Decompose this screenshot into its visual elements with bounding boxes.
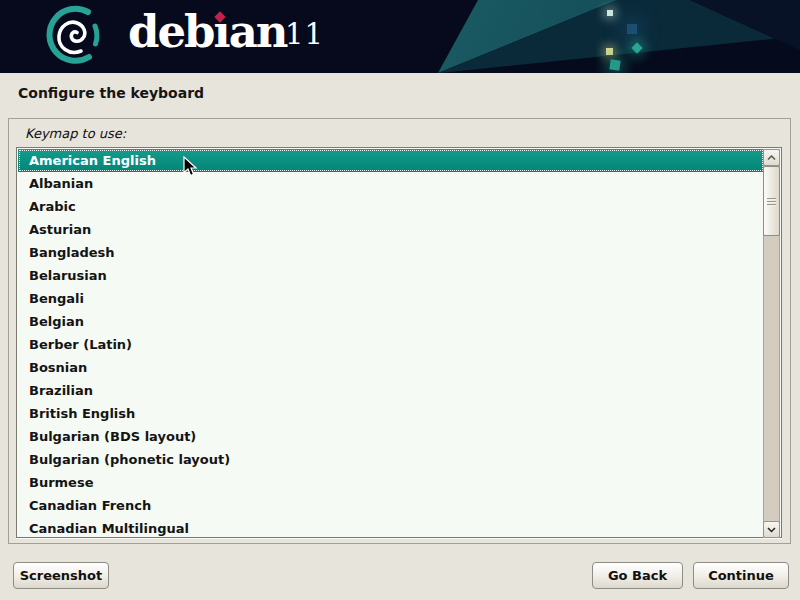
list-item[interactable]: Bulgarian (BDS layout)	[18, 425, 764, 448]
list-item[interactable]: Arabic	[18, 195, 764, 218]
keymap-list: American EnglishAlbanianArabicAsturianBa…	[18, 149, 764, 536]
installer-banner: debıan 11	[0, 0, 800, 73]
list-item[interactable]: Albanian	[18, 172, 764, 195]
page-title: Configure the keyboard	[18, 85, 204, 101]
go-back-button[interactable]: Go Back	[592, 562, 683, 589]
list-item[interactable]: British English	[18, 402, 764, 425]
scrollbar-track[interactable]	[763, 149, 780, 538]
list-item[interactable]: Burmese	[18, 471, 764, 494]
chevron-down-icon	[767, 527, 776, 533]
list-item[interactable]: Belgian	[18, 310, 764, 333]
list-item[interactable]: Canadian Multilingual	[18, 517, 764, 536]
scrollbar-thumb[interactable]	[763, 166, 780, 236]
sparkle-icon	[607, 10, 613, 16]
debian-version: 11	[285, 20, 324, 49]
list-item[interactable]: Canadian French	[18, 494, 764, 517]
debian-wordmark: debıan	[128, 9, 287, 54]
keymap-label: Keymap to use:	[25, 126, 126, 141]
sparkle-icon	[627, 24, 637, 34]
list-item[interactable]: Berber (Latin)	[18, 333, 764, 356]
keymap-listbox: American EnglishAlbanianArabicAsturianBa…	[16, 147, 782, 538]
list-item[interactable]: American English	[18, 149, 764, 172]
list-item[interactable]: Bangladesh	[18, 241, 764, 264]
list-item[interactable]: Brazilian	[18, 379, 764, 402]
chevron-up-icon	[767, 155, 776, 161]
screenshot-button[interactable]: Screenshot	[13, 562, 109, 589]
sparkle-icon	[606, 48, 613, 55]
list-item[interactable]: Bengali	[18, 287, 764, 310]
list-item[interactable]: Bosnian	[18, 356, 764, 379]
list-item[interactable]: Bulgarian (phonetic layout)	[18, 448, 764, 471]
debian-swirl-logo-icon	[42, 4, 106, 68]
sparkle-icon	[609, 59, 620, 70]
scroll-up-button[interactable]	[763, 149, 780, 166]
scroll-down-button[interactable]	[763, 521, 780, 538]
continue-button[interactable]: Continue	[693, 562, 789, 589]
list-item[interactable]: Asturian	[18, 218, 764, 241]
list-item[interactable]: Belarusian	[18, 264, 764, 287]
red-diamond-icon	[214, 11, 225, 22]
scrollbar-grip	[767, 198, 776, 207]
